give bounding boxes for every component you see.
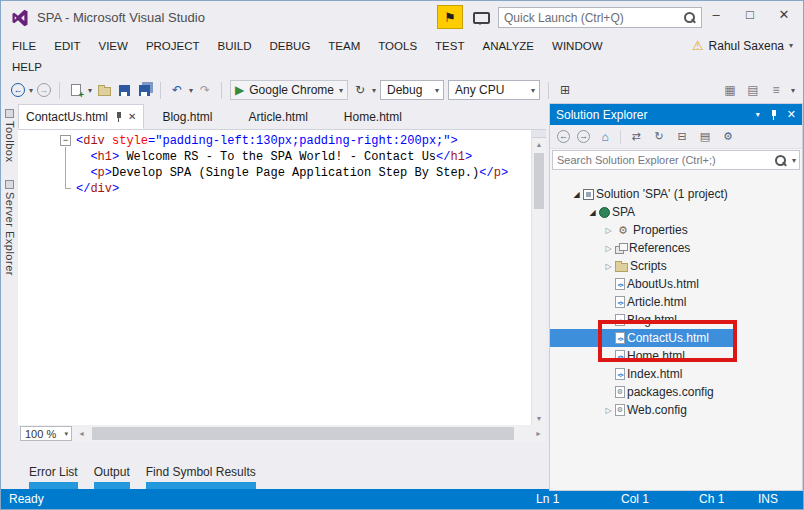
- navigate-backward-button[interactable]: ←: [11, 83, 25, 97]
- menu-item-window[interactable]: WINDOW: [543, 40, 611, 52]
- menu-item-edit[interactable]: EDIT: [45, 40, 89, 52]
- search-options-dropdown-icon[interactable]: ▾: [792, 156, 799, 165]
- notifications-flag-button[interactable]: ⚑: [437, 5, 463, 29]
- vertical-scrollbar-thumb[interactable]: [534, 153, 544, 209]
- menu-item-file[interactable]: FILE: [3, 40, 45, 52]
- user-menu[interactable]: ⚠ Rahul Saxena ▾: [692, 38, 793, 53]
- code-line[interactable]: <h1> Welcome RS - To the SPA World! - Co…: [18, 149, 531, 165]
- tree-item-packages-config[interactable]: packages.config: [550, 383, 802, 401]
- titlebar[interactable]: SPA - Microsoft Visual Studio ⚑ – □ ✕: [1, 1, 803, 35]
- find-in-files-button[interactable]: ⊞: [557, 82, 573, 98]
- sync-with-active-document-button[interactable]: ⇄: [628, 130, 644, 143]
- tree-item-aboutus-html[interactable]: AboutUs.html: [550, 275, 802, 293]
- tree-item-web-config[interactable]: Web.config: [550, 401, 802, 419]
- panel-tab-output[interactable]: Output: [94, 465, 130, 491]
- new-file-dropdown-icon[interactable]: ▾: [88, 86, 92, 95]
- expanded-arrow-icon[interactable]: [586, 208, 599, 217]
- maximize-button[interactable]: □: [733, 1, 767, 28]
- solution-explorer-close-button[interactable]: ✕: [787, 108, 796, 121]
- feedback-bubble-icon[interactable]: [473, 12, 490, 24]
- navigate-backward-dropdown-icon[interactable]: ▾: [29, 86, 33, 95]
- menu-item-project[interactable]: PROJECT: [137, 40, 209, 52]
- horizontal-scrollbar-thumb[interactable]: [92, 427, 514, 440]
- refresh-button[interactable]: ↻: [651, 130, 667, 143]
- code-line[interactable]: </div>: [18, 181, 531, 197]
- forward-button[interactable]: →: [577, 130, 590, 143]
- browser-target-dropdown-icon[interactable]: ▾: [339, 86, 343, 95]
- collapse-all-button[interactable]: ⊟: [674, 130, 690, 143]
- tool-window-tab-server-explorer[interactable]: Server Explorer: [1, 180, 18, 288]
- menu-item-tools[interactable]: TOOLS: [369, 40, 426, 52]
- menu-item-analyze[interactable]: ANALYZE: [473, 40, 543, 52]
- document-tab-article-html[interactable]: Article.html: [236, 104, 325, 129]
- vertical-scrollbar[interactable]: ▲ ▼: [531, 130, 546, 425]
- toolbar-extra-button-3[interactable]: ≡: [768, 82, 784, 98]
- redo-button[interactable]: ↷: [197, 82, 213, 98]
- tree-item-article-html[interactable]: Article.html: [550, 293, 802, 311]
- pin-icon[interactable]: [769, 109, 779, 121]
- close-button[interactable]: ✕: [767, 1, 801, 28]
- tree-item-spa[interactable]: SPA: [550, 203, 802, 221]
- start-debugging-button[interactable]: ▶ Google Chrome ▾: [230, 80, 348, 100]
- menu-item-debug[interactable]: DEBUG: [260, 40, 319, 52]
- code-line[interactable]: −<div style="padding-left:130px;padding-…: [18, 133, 531, 149]
- tree-item-properties[interactable]: Properties: [550, 221, 802, 239]
- browser-link-refresh-button[interactable]: ↻: [352, 82, 368, 98]
- undo-dropdown-icon[interactable]: ▾: [189, 86, 193, 95]
- minimize-button[interactable]: –: [699, 1, 733, 28]
- pin-icon[interactable]: [114, 111, 123, 123]
- document-tab-blog-html[interactable]: Blog.html: [150, 104, 230, 129]
- horizontal-scrollbar[interactable]: ◄ ►: [72, 425, 546, 442]
- menu-item-help[interactable]: HELP: [3, 61, 51, 73]
- collapse-region-button[interactable]: −: [60, 135, 71, 146]
- tree-item-solution-spa-1-project[interactable]: Solution 'SPA' (1 project): [550, 185, 802, 203]
- tool-window-tab-toolbox[interactable]: Toolbox: [1, 109, 18, 174]
- panel-tab-find-symbol-results[interactable]: Find Symbol Results: [146, 465, 256, 491]
- solution-search-input[interactable]: [553, 154, 774, 166]
- new-file-button[interactable]: [68, 82, 84, 98]
- menu-item-test[interactable]: TEST: [426, 40, 473, 52]
- undo-button[interactable]: ↶: [169, 82, 185, 98]
- code-line[interactable]: <p>Develop SPA (Single Page Application …: [18, 165, 531, 181]
- close-icon[interactable]: ✕: [128, 111, 136, 122]
- tree-item-contactus-html[interactable]: ContactUs.html: [550, 329, 736, 347]
- solution-explorer-titlebar[interactable]: Solution Explorer ▾ ✕: [550, 104, 802, 125]
- solution-configuration-combobox[interactable]: Debug ▾: [380, 80, 444, 100]
- tree-item-scripts[interactable]: Scripts: [550, 257, 802, 275]
- menu-item-build[interactable]: BUILD: [209, 40, 261, 52]
- code-lines[interactable]: −<div style="padding-left:130px;padding-…: [18, 130, 531, 425]
- show-all-files-button[interactable]: ▤: [697, 130, 713, 143]
- properties-button[interactable]: ⚙: [720, 130, 736, 143]
- scroll-right-arrow[interactable]: ►: [531, 425, 546, 442]
- solution-platform-combobox[interactable]: Any CPU ▾: [448, 80, 540, 100]
- save-all-button[interactable]: [136, 82, 152, 98]
- save-button[interactable]: [116, 82, 132, 98]
- zoom-combobox[interactable]: 100 % ▾: [20, 426, 72, 441]
- tree-item-blog-html[interactable]: Blog.html: [550, 311, 802, 329]
- collapsed-arrow-icon[interactable]: [602, 262, 615, 271]
- window-position-dropdown-icon[interactable]: ▾: [756, 110, 760, 119]
- toolbar-extra-button-1[interactable]: ▦: [722, 82, 738, 98]
- open-file-button[interactable]: [96, 82, 112, 98]
- quick-launch-input[interactable]: [499, 11, 683, 25]
- browser-link-dropdown-icon[interactable]: ▾: [372, 86, 376, 95]
- back-button[interactable]: ←: [557, 130, 570, 143]
- scroll-down-arrow[interactable]: ▼: [532, 412, 546, 425]
- scroll-up-arrow[interactable]: ▲: [532, 138, 546, 151]
- document-tab-home-html[interactable]: Home.html: [332, 104, 420, 129]
- code-editor-surface[interactable]: −<div style="padding-left:130px;padding-…: [18, 129, 546, 425]
- tree-item-references[interactable]: References: [550, 239, 802, 257]
- home-button[interactable]: ⌂: [597, 130, 613, 144]
- splitter-handle[interactable]: [532, 130, 546, 138]
- menu-item-team[interactable]: TEAM: [319, 40, 369, 52]
- toolbar-extra-button-2[interactable]: ▤: [745, 82, 761, 98]
- document-tab-contactus-html[interactable]: ContactUs.html✕: [18, 104, 144, 129]
- collapsed-arrow-icon[interactable]: [602, 244, 615, 253]
- tree-item-home-html[interactable]: Home.html: [550, 347, 802, 365]
- panel-tab-error-list[interactable]: Error List: [29, 465, 78, 491]
- scroll-left-arrow[interactable]: ◄: [74, 425, 89, 442]
- collapsed-arrow-icon[interactable]: [602, 226, 615, 235]
- navigate-forward-button[interactable]: →: [37, 83, 51, 97]
- menu-item-view[interactable]: VIEW: [90, 40, 137, 52]
- toolbar-options-chevron-icon[interactable]: ▾: [791, 86, 795, 95]
